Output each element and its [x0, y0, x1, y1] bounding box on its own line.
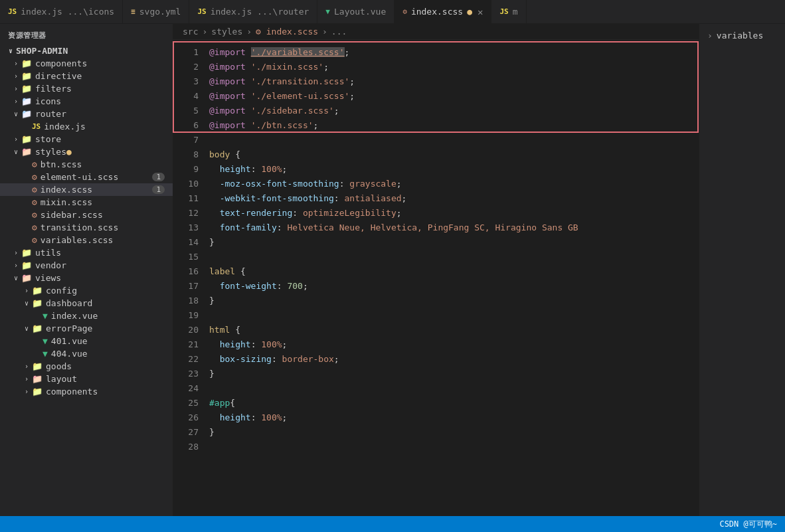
code-token: :	[272, 354, 277, 364]
sidebar-item-utils[interactable]: ›📁utils	[0, 246, 173, 259]
chevron-icon: ∨	[11, 148, 21, 155]
breadcrumb-file: ⚙ index.scss	[256, 27, 318, 37]
chevron-icon: ∨	[11, 110, 21, 118]
code-token: @import	[209, 91, 246, 101]
sidebar-item-views-dashboard-index[interactable]: ▼index.vue	[0, 310, 173, 322]
sidebar-item-styles-btn[interactable]: ⚙btn.scss	[0, 158, 173, 171]
tab-indexjs-router[interactable]: JSindex.js ...\router	[189, 0, 317, 23]
file-icon-folder-blue: 📁	[21, 96, 32, 106]
tab-icon-vue: ▼	[325, 7, 330, 16]
sidebar-item-styles-element[interactable]: ⚙element-ui.scss1	[0, 171, 173, 183]
sidebar-item-router-indexjs[interactable]: JSindex.js	[0, 120, 173, 133]
tab-indexscss[interactable]: ⚙index.scss●✕	[394, 0, 491, 23]
line-number: 16	[173, 264, 199, 279]
sidebar-item-label: layout	[46, 374, 77, 384]
code-token: ;	[402, 193, 407, 203]
code-line: @import './mixin.scss';	[209, 60, 685, 74]
tab-m[interactable]: JSm	[491, 0, 526, 23]
sidebar-item-views[interactable]: ∨📁views	[0, 272, 173, 284]
code-token	[246, 76, 251, 86]
sidebar-item-directive[interactable]: ›📁directive	[0, 70, 173, 82]
chevron-icon: ›	[21, 388, 32, 395]
sidebar-item-views-layout[interactable]: ›📁layout	[0, 373, 173, 385]
sidebar-item-components[interactable]: ›📁components	[0, 57, 173, 70]
code-line: }	[209, 367, 685, 381]
sidebar-item-label: sidebar.scss	[41, 210, 103, 220]
sidebar-item-styles-index[interactable]: ⚙index.scss1	[0, 183, 173, 196]
sidebar-item-styles-variables[interactable]: ⚙variables.scss	[0, 234, 173, 246]
code-token: label	[209, 266, 235, 276]
code-token: ;	[334, 106, 339, 116]
sidebar-item-views-goods[interactable]: ›📁goods	[0, 360, 173, 373]
code-line: -webkit-font-smoothing: antialiased;	[209, 191, 685, 206]
line-number: 26	[173, 410, 199, 425]
tab-layoutvue[interactable]: ▼Layout.vue	[317, 0, 394, 23]
code-line: @import './sidebar.scss';	[209, 104, 685, 118]
tab-label: index.js ...\router	[211, 7, 309, 17]
file-icon-folder-orange: 📁	[21, 58, 32, 68]
file-icon-folder-orange: 📁	[21, 260, 32, 270]
sidebar-item-label: variables.scss	[41, 235, 114, 245]
code-line: @import './element-ui.scss';	[209, 89, 685, 104]
sidebar-item-styles[interactable]: ∨📁styles●	[0, 145, 173, 158]
sidebar-item-icons[interactable]: ›📁icons	[0, 95, 173, 108]
sidebar-item-label: 401.vue	[51, 336, 88, 346]
sidebar-root[interactable]: ∨ SHOP-ADMIN	[0, 44, 173, 57]
code-token: ;	[282, 164, 288, 174]
chevron-icon: ›	[11, 98, 21, 105]
sidebar-item-store[interactable]: ›📁store	[0, 133, 173, 145]
code-token: './transition.scss'	[251, 76, 350, 86]
sidebar-item-styles-sidebar[interactable]: ⚙sidebar.scss	[0, 209, 173, 221]
chevron-icon: ›	[21, 375, 32, 383]
main-area: 资源管理器 ∨ SHOP-ADMIN ›📁components›📁directi…	[0, 24, 785, 516]
code-token: './mixin.scss'	[251, 62, 324, 72]
line-number: 13	[173, 221, 199, 235]
code-line: font-weight: 700;	[209, 279, 685, 294]
code-token: height	[209, 164, 251, 174]
file-icon-scss: ⚙	[32, 159, 37, 169]
code-line: }	[209, 235, 685, 250]
sidebar-item-label: dashboard	[46, 298, 92, 308]
code-line: @import './variables.scss';	[209, 45, 685, 60]
sidebar-item-views-components[interactable]: ›📁components	[0, 385, 173, 398]
sidebar-item-label: views	[35, 273, 61, 283]
right-panel-variables[interactable]: › variables	[705, 29, 780, 42]
sidebar-item-router[interactable]: ∨📁router	[0, 108, 173, 120]
code-token: ;	[396, 208, 402, 218]
sidebar: 资源管理器 ∨ SHOP-ADMIN ›📁components›📁directi…	[0, 24, 173, 516]
sidebar-item-views-config[interactable]: ›📁config	[0, 284, 173, 297]
code-token: ;	[313, 120, 319, 130]
file-icon-folder-orange: 📁	[32, 323, 43, 333]
sidebar-item-styles-mixin[interactable]: ⚙mixin.scss	[0, 196, 173, 209]
tab-indexjs-icons[interactable]: JSindex.js ...\icons	[0, 0, 123, 23]
sidebar-item-vendor[interactable]: ›📁vendor	[0, 259, 173, 272]
code-line	[209, 250, 685, 264]
line-number: 18	[173, 294, 199, 308]
code-token: @import	[209, 120, 246, 130]
code-token: }	[209, 427, 215, 437]
tab-close-button[interactable]: ✕	[478, 7, 483, 17]
code-token: box-sizing	[209, 354, 272, 364]
code-line: label {	[209, 264, 685, 279]
sidebar-item-label: goods	[46, 361, 72, 371]
sidebar-item-views-errorPage-404[interactable]: ▼404.vue	[0, 347, 173, 360]
sidebar-item-views-errorPage[interactable]: ∨📁errorPage	[0, 322, 173, 335]
code-token: @import	[209, 106, 246, 116]
sidebar-item-label: index.js	[44, 122, 86, 132]
tab-svgoyml[interactable]: ≡svgo.yml	[123, 0, 189, 23]
file-icon-folder-orange: 📁	[32, 298, 43, 308]
sidebar-item-filters[interactable]: ›📁filters	[0, 82, 173, 95]
code-token: 100%	[256, 339, 282, 349]
editor-content[interactable]: 1234567891011121314151617181920212223242…	[173, 40, 699, 516]
file-icon-vue: ▼	[43, 311, 48, 321]
breadcrumb-src: src	[183, 27, 198, 37]
breadcrumb-styles: styles	[211, 27, 242, 37]
code-token: html	[209, 325, 230, 335]
sidebar-item-views-dashboard[interactable]: ∨📁dashboard	[0, 297, 173, 310]
sidebar-item-styles-transition[interactable]: ⚙transition.scss	[0, 221, 173, 234]
code-token	[246, 120, 251, 130]
line-number: 28	[173, 440, 199, 454]
sidebar-item-views-errorPage-401[interactable]: ▼401.vue	[0, 335, 173, 347]
file-icon-folder-red: 📁	[21, 273, 32, 283]
sidebar-item-label: transition.scss	[41, 222, 118, 232]
